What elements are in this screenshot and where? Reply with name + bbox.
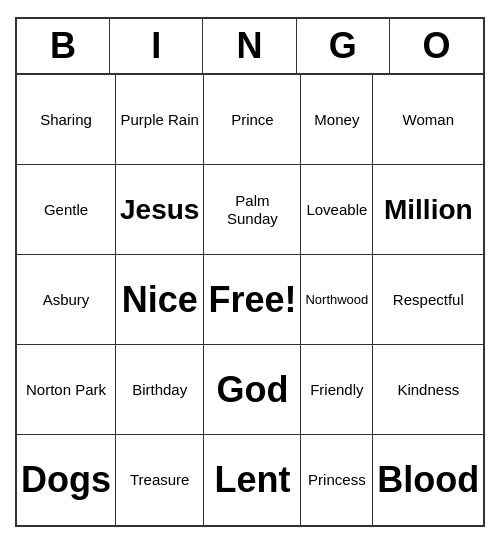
bingo-cell: Lent (204, 435, 301, 525)
bingo-cell: Money (301, 75, 373, 165)
cell-text: Jesus (120, 193, 199, 227)
cell-text: Kindness (397, 381, 459, 399)
bingo-card: BINGO SharingPurple RainPrinceMoneyWoman… (15, 17, 485, 527)
cell-text: Norton Park (26, 381, 106, 399)
cell-text: Asbury (43, 291, 90, 309)
bingo-cell: Respectful (373, 255, 483, 345)
bingo-cell: Loveable (301, 165, 373, 255)
bingo-cell: Million (373, 165, 483, 255)
cell-text: Gentle (44, 201, 88, 219)
header-letter: G (297, 19, 390, 73)
bingo-cell: Prince (204, 75, 301, 165)
cell-text: Northwood (305, 292, 368, 308)
cell-text: Palm Sunday (208, 192, 296, 228)
bingo-cell: Palm Sunday (204, 165, 301, 255)
bingo-cell: Princess (301, 435, 373, 525)
header-letter: I (110, 19, 203, 73)
bingo-cell: Jesus (116, 165, 204, 255)
bingo-cell: Purple Rain (116, 75, 204, 165)
cell-text: Purple Rain (121, 111, 199, 129)
bingo-cell: God (204, 345, 301, 435)
bingo-cell: Treasure (116, 435, 204, 525)
bingo-cell: Gentle (17, 165, 116, 255)
bingo-cell: Kindness (373, 345, 483, 435)
cell-text: God (216, 368, 288, 411)
bingo-cell: Woman (373, 75, 483, 165)
bingo-cell: Dogs (17, 435, 116, 525)
bingo-cell: Asbury (17, 255, 116, 345)
bingo-cell: Friendly (301, 345, 373, 435)
header-letter: O (390, 19, 483, 73)
cell-text: Respectful (393, 291, 464, 309)
bingo-cell: Northwood (301, 255, 373, 345)
cell-text: Dogs (21, 458, 111, 501)
header-letter: N (203, 19, 296, 73)
cell-text: Sharing (40, 111, 92, 129)
header-letter: B (17, 19, 110, 73)
cell-text: Loveable (306, 201, 367, 219)
bingo-cell: Birthday (116, 345, 204, 435)
bingo-cell: Sharing (17, 75, 116, 165)
cell-text: Treasure (130, 471, 189, 489)
cell-text: Money (314, 111, 359, 129)
bingo-cell: Blood (373, 435, 483, 525)
cell-text: Birthday (132, 381, 187, 399)
bingo-cell: Nice (116, 255, 204, 345)
cell-text: Friendly (310, 381, 363, 399)
cell-text: Princess (308, 471, 366, 489)
cell-text: Blood (377, 458, 479, 501)
cell-text: Nice (122, 278, 198, 321)
bingo-grid: SharingPurple RainPrinceMoneyWomanGentle… (17, 75, 483, 525)
cell-text: Prince (231, 111, 274, 129)
cell-text: Million (384, 193, 473, 227)
cell-text: Lent (214, 458, 290, 501)
bingo-header: BINGO (17, 19, 483, 75)
cell-text: Woman (403, 111, 454, 129)
bingo-cell: Free! (204, 255, 301, 345)
cell-text: Free! (208, 278, 296, 321)
bingo-cell: Norton Park (17, 345, 116, 435)
